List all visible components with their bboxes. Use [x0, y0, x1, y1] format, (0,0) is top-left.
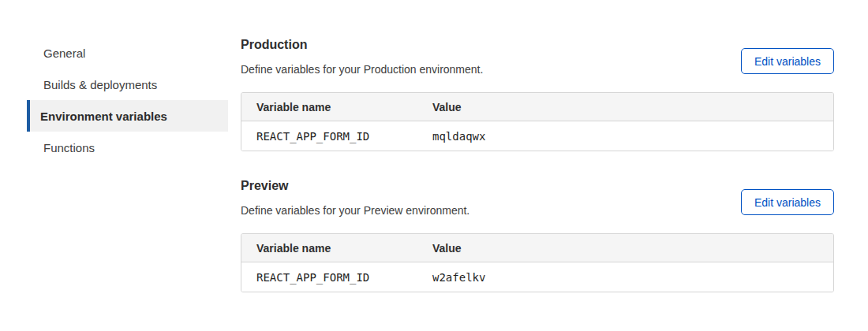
production-header-text: Production Define variables for your Pro…	[241, 39, 483, 75]
column-header-value: Value	[417, 234, 833, 262]
production-variables-table: Variable name Value REACT_APP_FORM_ID mq…	[241, 92, 834, 151]
environment-variables-panel: Production Define variables for your Pro…	[241, 0, 834, 292]
preview-header-text: Preview Define variables for your Previe…	[241, 180, 470, 216]
production-description: Define variables for your Production env…	[241, 64, 483, 75]
sidebar-item-general[interactable]: General	[27, 37, 228, 69]
variable-name-cell: REACT_APP_FORM_ID	[241, 121, 417, 151]
column-header-variable-name: Variable name	[241, 93, 417, 121]
production-title: Production	[241, 39, 483, 51]
preview-edit-variables-button[interactable]: Edit variables	[741, 189, 834, 215]
settings-page: General Builds & deployments Environment…	[0, 0, 868, 292]
variable-value-cell: w2afelkv	[417, 262, 833, 292]
sidebar-item-environment-variables[interactable]: Environment variables	[27, 100, 228, 132]
column-header-variable-name: Variable name	[241, 234, 417, 262]
column-header-value: Value	[417, 93, 833, 121]
table-row: REACT_APP_FORM_ID w2afelkv	[241, 262, 833, 292]
production-section-header: Production Define variables for your Pro…	[241, 39, 834, 75]
variable-value-cell: mqldaqwx	[417, 121, 833, 151]
variable-name-cell: REACT_APP_FORM_ID	[241, 262, 417, 292]
preview-section: Preview Define variables for your Previe…	[241, 180, 834, 292]
preview-title: Preview	[241, 180, 470, 192]
table-row: REACT_APP_FORM_ID mqldaqwx	[241, 121, 833, 151]
sidebar-item-functions[interactable]: Functions	[27, 132, 228, 163]
table-header-row: Variable name Value	[241, 234, 833, 262]
preview-section-header: Preview Define variables for your Previe…	[241, 180, 834, 216]
production-edit-variables-button[interactable]: Edit variables	[741, 48, 834, 74]
settings-sidebar: General Builds & deployments Environment…	[27, 37, 228, 292]
table-header-row: Variable name Value	[241, 93, 833, 121]
sidebar-item-builds-deployments[interactable]: Builds & deployments	[27, 69, 228, 100]
production-section: Production Define variables for your Pro…	[241, 39, 834, 151]
preview-description: Define variables for your Preview enviro…	[241, 205, 470, 216]
preview-variables-table: Variable name Value REACT_APP_FORM_ID w2…	[241, 233, 834, 292]
